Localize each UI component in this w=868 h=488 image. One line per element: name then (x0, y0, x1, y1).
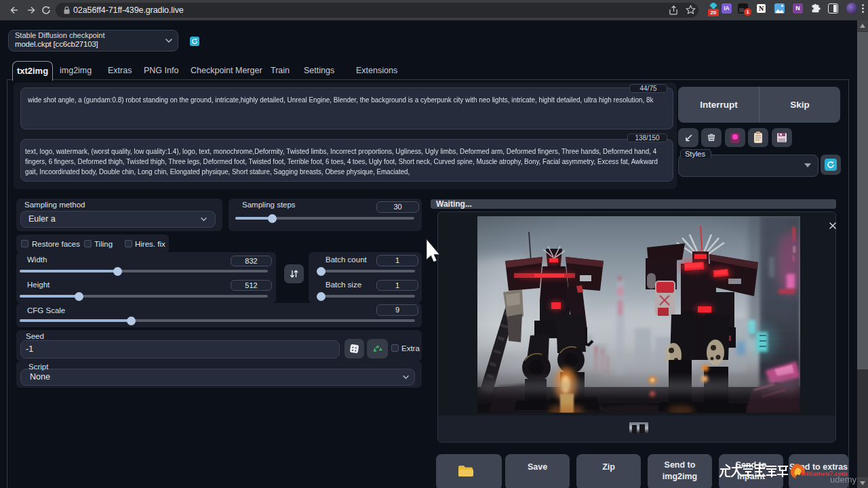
svg-text:feitianwu7.com: feitianwu7.com (801, 470, 848, 477)
